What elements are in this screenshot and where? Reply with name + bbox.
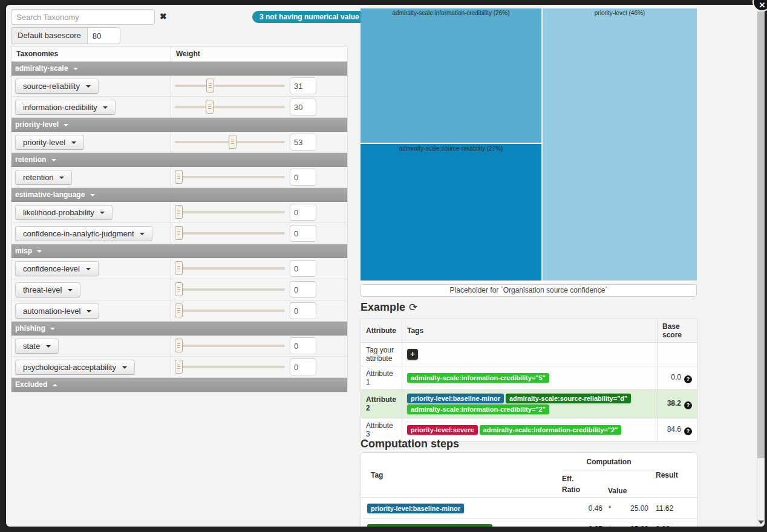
- slider-handle[interactable]: [175, 282, 183, 296]
- weight-slider[interactable]: [175, 336, 285, 356]
- weight-slider[interactable]: [175, 202, 285, 222]
- attribute-cell: Tag your attribute: [361, 343, 402, 366]
- slider-handle[interactable]: [175, 261, 183, 275]
- org-source-confidence-placeholder[interactable]: Placeholder for `Organisation source con…: [361, 284, 697, 297]
- weight-cell: [171, 97, 347, 117]
- taxonomy-dropdown-button[interactable]: retention: [15, 170, 72, 185]
- taxonomy-dropdown-button[interactable]: priority-level: [15, 135, 84, 150]
- treemap-box: priority-level (46%): [543, 8, 697, 281]
- weight-input[interactable]: [290, 134, 316, 151]
- slider-handle[interactable]: [175, 339, 183, 352]
- base-score-cell: 0.0?: [658, 366, 697, 390]
- tags-cell: priority-level:baseline-minoradmiralty-s…: [402, 390, 658, 418]
- base-score-cell: 84.6?: [658, 418, 697, 442]
- taxonomy-group-header[interactable]: misp: [11, 244, 347, 258]
- scrollbar-thumb[interactable]: [757, 11, 765, 458]
- weight-input[interactable]: [290, 337, 316, 354]
- scrollbar-down-arrow-icon[interactable]: [758, 521, 764, 524]
- weight-slider[interactable]: [175, 300, 285, 321]
- taxonomy-dropdown-button[interactable]: state: [15, 339, 59, 354]
- slider-handle[interactable]: [229, 135, 237, 149]
- weight-cell: [171, 76, 347, 96]
- computation-section-title: Computation steps: [361, 438, 459, 450]
- weight-input[interactable]: [290, 260, 316, 277]
- taxonomy-row: information-credibility: [11, 97, 347, 118]
- taxonomy-group-header[interactable]: priority-level: [11, 118, 347, 132]
- slider-track: [175, 310, 285, 312]
- add-tag-button[interactable]: +: [407, 349, 418, 360]
- weight-input[interactable]: [290, 358, 316, 375]
- chevron-down-icon: [103, 106, 108, 109]
- weight-cell: [171, 279, 347, 300]
- question-circle-icon[interactable]: ?: [684, 401, 692, 409]
- taxonomy-dropdown-button[interactable]: threat-level: [15, 282, 80, 297]
- weight-slider[interactable]: [175, 258, 285, 279]
- slider-handle[interactable]: [175, 226, 183, 240]
- refresh-icon[interactable]: ⟳: [409, 302, 417, 313]
- taxonomy-name-cell: source-reliability: [11, 76, 171, 96]
- weight-slider[interactable]: [175, 167, 285, 187]
- value-cell: 25.00: [617, 525, 648, 527]
- slider-handle[interactable]: [175, 303, 183, 317]
- taxonomy-name-cell: confidence-in-analytic-judgment: [11, 223, 171, 244]
- weight-slider[interactable]: [175, 76, 285, 96]
- weight-input[interactable]: [290, 204, 316, 221]
- taxonomies-column-header: Taxonomies: [11, 47, 171, 61]
- weight-slider[interactable]: [175, 279, 285, 300]
- weight-slider[interactable]: [175, 132, 285, 152]
- slider-grip-icon: [177, 210, 180, 215]
- taxonomy-table: Taxonomies Weight admiralty-scale source…: [11, 46, 348, 392]
- taxonomy-group-header[interactable]: estimative-language: [11, 188, 347, 202]
- caret-down-icon: [73, 68, 78, 70]
- default-basescore-group: Default basescore: [11, 27, 120, 44]
- taxonomy-weight-modal: ✖ 3 not having numerical value Default b…: [6, 5, 765, 527]
- taxonomy-group-header[interactable]: phishing: [11, 322, 347, 336]
- weight-input[interactable]: [290, 77, 316, 94]
- weight-slider[interactable]: [175, 97, 285, 117]
- taxonomy-table-header: Taxonomies Weight: [11, 47, 347, 62]
- weight-slider[interactable]: [175, 357, 285, 377]
- weight-input[interactable]: [290, 225, 316, 242]
- search-clear-icon[interactable]: ✖: [160, 11, 167, 21]
- slider-track: [175, 267, 285, 270]
- taxonomy-row: source-reliability: [11, 76, 347, 97]
- example-row: Tag your attribute+: [361, 343, 697, 366]
- taxonomy-name-cell: information-credibility: [11, 97, 171, 117]
- example-column-header: Tags: [402, 319, 658, 343]
- weight-slider[interactable]: [175, 223, 285, 244]
- question-circle-icon[interactable]: ?: [684, 427, 692, 435]
- slider-track: [175, 85, 285, 87]
- question-circle-icon[interactable]: ?: [684, 375, 692, 383]
- weight-input[interactable]: [290, 169, 316, 186]
- example-table: AttributeTagsBase score Tag your attribu…: [361, 319, 697, 442]
- slider-handle[interactable]: [175, 170, 183, 184]
- weight-input[interactable]: [290, 302, 316, 319]
- weight-cell: [171, 357, 347, 377]
- taxonomy-group-header[interactable]: Excluded: [11, 378, 347, 392]
- slider-handle[interactable]: [175, 205, 183, 219]
- treemap-box-label: priority-level (46%): [543, 8, 697, 16]
- slider-handle[interactable]: [206, 100, 214, 114]
- taxonomy-dropdown-button[interactable]: confidence-in-analytic-judgment: [15, 226, 152, 241]
- result-column-header: Result: [656, 453, 697, 498]
- value-cell: 25.00: [617, 504, 648, 513]
- tags-cell: admiralty-scale:information-credibility=…: [402, 366, 658, 390]
- taxonomy-dropdown-button[interactable]: psychological-acceptability: [15, 360, 135, 375]
- weight-input[interactable]: [290, 99, 316, 115]
- caret-down-icon: [51, 159, 56, 161]
- taxonomy-dropdown-button[interactable]: information-credibility: [15, 100, 116, 115]
- default-basescore-input[interactable]: [87, 27, 120, 44]
- slider-handle[interactable]: [175, 360, 183, 374]
- treemap-box-label: admiralty-scale:source-reliability (27%): [361, 144, 541, 152]
- taxonomy-dropdown-button[interactable]: likelihood-probability: [15, 205, 113, 220]
- slider-handle[interactable]: [206, 79, 214, 92]
- tag-chip: priority-level:severe: [407, 425, 478, 435]
- search-input[interactable]: [11, 9, 155, 25]
- taxonomy-dropdown-button[interactable]: source-reliability: [15, 79, 99, 94]
- taxonomy-dropdown-button[interactable]: confidence-level: [15, 261, 99, 276]
- weight-input[interactable]: [290, 281, 316, 298]
- taxonomy-group-header[interactable]: retention: [11, 153, 347, 167]
- taxonomy-dropdown-button[interactable]: automation-level: [15, 303, 99, 319]
- taxonomy-group-header[interactable]: admiralty-scale: [11, 62, 347, 76]
- vertical-scrollbar[interactable]: [757, 5, 765, 527]
